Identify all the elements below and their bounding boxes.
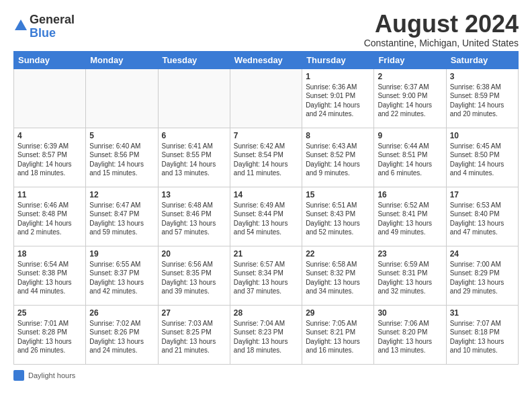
logo-icon	[13, 18, 28, 36]
calendar-cell: 15Sunrise: 6:51 AMSunset: 8:43 PMDayligh…	[302, 187, 374, 246]
title-area: August 2024 Constantine, Michigan, Unite…	[364, 11, 519, 48]
calendar-cell: 1Sunrise: 6:36 AMSunset: 9:01 PMDaylight…	[302, 68, 374, 128]
calendar-week-row: 18Sunrise: 6:54 AMSunset: 8:38 PMDayligh…	[14, 246, 519, 305]
calendar-cell: 21Sunrise: 6:57 AMSunset: 8:34 PMDayligh…	[230, 246, 302, 305]
calendar-cell: 10Sunrise: 6:45 AMSunset: 8:50 PMDayligh…	[446, 128, 518, 187]
calendar-cell: 22Sunrise: 6:58 AMSunset: 8:32 PMDayligh…	[302, 246, 374, 305]
cell-info: Sunrise: 6:58 AMSunset: 8:32 PMDaylight:…	[306, 260, 370, 296]
cell-info: Sunrise: 6:53 AMSunset: 8:40 PMDaylight:…	[450, 201, 515, 237]
cell-date-number: 3	[450, 72, 515, 81]
calendar-cell: 13Sunrise: 6:48 AMSunset: 8:46 PMDayligh…	[158, 187, 230, 246]
calendar-cell: 14Sunrise: 6:49 AMSunset: 8:44 PMDayligh…	[230, 187, 302, 246]
cell-info: Sunrise: 6:37 AMSunset: 9:00 PMDaylight:…	[378, 83, 442, 119]
cell-date-number: 14	[234, 190, 298, 199]
calendar-cell: 30Sunrise: 7:06 AMSunset: 8:20 PMDayligh…	[374, 305, 446, 364]
cell-info: Sunrise: 6:36 AMSunset: 9:01 PMDaylight:…	[306, 83, 370, 119]
calendar-cell: 25Sunrise: 7:01 AMSunset: 8:28 PMDayligh…	[14, 305, 86, 364]
calendar-cell: 6Sunrise: 6:41 AMSunset: 8:55 PMDaylight…	[158, 128, 230, 187]
cell-info: Sunrise: 7:07 AMSunset: 8:18 PMDaylight:…	[450, 319, 515, 355]
calendar-cell: 9Sunrise: 6:44 AMSunset: 8:51 PMDaylight…	[374, 128, 446, 187]
cell-date-number: 9	[378, 131, 442, 140]
daylight-hours-label: Daylight hours	[28, 371, 75, 379]
cell-date-number: 31	[450, 308, 515, 318]
calendar-cell: 12Sunrise: 6:47 AMSunset: 8:47 PMDayligh…	[86, 187, 158, 246]
calendar-header-row: SundayMondayTuesdayWednesdayThursdayFrid…	[14, 51, 519, 68]
cell-info: Sunrise: 6:40 AMSunset: 8:56 PMDaylight:…	[89, 142, 154, 178]
cell-date-number: 29	[306, 308, 370, 318]
cell-info: Sunrise: 6:56 AMSunset: 8:35 PMDaylight:…	[162, 260, 226, 296]
cell-info: Sunrise: 7:05 AMSunset: 8:21 PMDaylight:…	[306, 319, 370, 355]
cell-date-number: 23	[378, 249, 442, 259]
cell-info: Sunrise: 6:38 AMSunset: 8:59 PMDaylight:…	[450, 83, 515, 119]
calendar-table: SundayMondayTuesdayWednesdayThursdayFrid…	[13, 51, 519, 365]
calendar-cell: 2Sunrise: 6:37 AMSunset: 9:00 PMDaylight…	[374, 68, 446, 128]
calendar-cell: 27Sunrise: 7:03 AMSunset: 8:25 PMDayligh…	[158, 305, 230, 364]
cell-date-number: 11	[17, 190, 82, 199]
cell-date-number: 15	[306, 190, 370, 199]
cell-date-number: 22	[306, 249, 370, 259]
calendar-cell: 17Sunrise: 6:53 AMSunset: 8:40 PMDayligh…	[446, 187, 518, 246]
calendar-cell: 24Sunrise: 7:00 AMSunset: 8:29 PMDayligh…	[446, 246, 518, 305]
header: General Blue August 2024 Constantine, Mi…	[13, 11, 519, 48]
cell-info: Sunrise: 6:46 AMSunset: 8:48 PMDaylight:…	[17, 201, 82, 237]
cell-info: Sunrise: 7:02 AMSunset: 8:26 PMDaylight:…	[89, 319, 154, 355]
cell-date-number: 30	[378, 308, 442, 318]
cell-info: Sunrise: 6:51 AMSunset: 8:43 PMDaylight:…	[306, 201, 370, 237]
calendar-header-monday: Monday	[86, 51, 158, 68]
cell-date-number: 4	[17, 131, 82, 140]
cell-date-number: 13	[162, 190, 226, 199]
month-title: August 2024	[364, 11, 519, 38]
cell-info: Sunrise: 7:03 AMSunset: 8:25 PMDaylight:…	[162, 319, 226, 355]
logo: General Blue	[13, 13, 75, 40]
cell-info: Sunrise: 6:55 AMSunset: 8:37 PMDaylight:…	[89, 260, 154, 296]
calendar-week-row: 25Sunrise: 7:01 AMSunset: 8:28 PMDayligh…	[14, 305, 519, 364]
calendar-cell: 19Sunrise: 6:55 AMSunset: 8:37 PMDayligh…	[86, 246, 158, 305]
cell-info: Sunrise: 7:00 AMSunset: 8:29 PMDaylight:…	[450, 260, 515, 296]
cell-info: Sunrise: 6:47 AMSunset: 8:47 PMDaylight:…	[89, 201, 154, 237]
cell-info: Sunrise: 6:41 AMSunset: 8:55 PMDaylight:…	[162, 142, 226, 178]
calendar-cell	[86, 68, 158, 128]
calendar-cell: 4Sunrise: 6:39 AMSunset: 8:57 PMDaylight…	[14, 128, 86, 187]
cell-date-number: 7	[234, 131, 298, 140]
calendar-week-row: 4Sunrise: 6:39 AMSunset: 8:57 PMDaylight…	[14, 128, 519, 187]
cell-info: Sunrise: 6:43 AMSunset: 8:52 PMDaylight:…	[306, 142, 370, 178]
cell-info: Sunrise: 6:49 AMSunset: 8:44 PMDaylight:…	[234, 201, 298, 237]
calendar-cell	[14, 68, 86, 128]
cell-info: Sunrise: 7:01 AMSunset: 8:28 PMDaylight:…	[17, 319, 82, 355]
calendar-cell: 7Sunrise: 6:42 AMSunset: 8:54 PMDaylight…	[230, 128, 302, 187]
calendar-cell: 3Sunrise: 6:38 AMSunset: 8:59 PMDaylight…	[446, 68, 518, 128]
calendar-cell: 5Sunrise: 6:40 AMSunset: 8:56 PMDaylight…	[86, 128, 158, 187]
calendar-cell	[158, 68, 230, 128]
cell-info: Sunrise: 6:39 AMSunset: 8:57 PMDaylight:…	[17, 142, 82, 178]
calendar-header-sunday: Sunday	[14, 51, 86, 68]
calendar-cell: 11Sunrise: 6:46 AMSunset: 8:48 PMDayligh…	[14, 187, 86, 246]
calendar-cell: 16Sunrise: 6:52 AMSunset: 8:41 PMDayligh…	[374, 187, 446, 246]
cell-date-number: 24	[450, 249, 515, 259]
calendar-cell: 28Sunrise: 7:04 AMSunset: 8:23 PMDayligh…	[230, 305, 302, 364]
cell-info: Sunrise: 6:54 AMSunset: 8:38 PMDaylight:…	[17, 260, 82, 296]
calendar-header-thursday: Thursday	[302, 51, 374, 68]
calendar-header-saturday: Saturday	[446, 51, 518, 68]
cell-date-number: 19	[89, 249, 154, 259]
logo-general-text: General	[30, 13, 75, 27]
calendar-cell: 23Sunrise: 6:59 AMSunset: 8:31 PMDayligh…	[374, 246, 446, 305]
cell-date-number: 1	[306, 72, 370, 81]
cell-info: Sunrise: 6:42 AMSunset: 8:54 PMDaylight:…	[234, 142, 298, 178]
cell-info: Sunrise: 6:52 AMSunset: 8:41 PMDaylight:…	[378, 201, 442, 237]
calendar-cell	[230, 68, 302, 128]
footer: Daylight hours	[13, 370, 519, 381]
cell-date-number: 25	[17, 308, 82, 318]
calendar-header-wednesday: Wednesday	[230, 51, 302, 68]
cell-date-number: 27	[162, 308, 226, 318]
cell-date-number: 18	[17, 249, 82, 259]
cell-date-number: 17	[450, 190, 515, 199]
cell-info: Sunrise: 6:45 AMSunset: 8:50 PMDaylight:…	[450, 142, 515, 178]
cell-info: Sunrise: 6:44 AMSunset: 8:51 PMDaylight:…	[378, 142, 442, 178]
daylight-color-swatch	[13, 370, 24, 381]
cell-date-number: 21	[234, 249, 298, 259]
cell-info: Sunrise: 7:06 AMSunset: 8:20 PMDaylight:…	[378, 319, 442, 355]
calendar-week-row: 11Sunrise: 6:46 AMSunset: 8:48 PMDayligh…	[14, 187, 519, 246]
cell-info: Sunrise: 6:57 AMSunset: 8:34 PMDaylight:…	[234, 260, 298, 296]
cell-info: Sunrise: 6:59 AMSunset: 8:31 PMDaylight:…	[378, 260, 442, 296]
cell-info: Sunrise: 7:04 AMSunset: 8:23 PMDaylight:…	[234, 319, 298, 355]
